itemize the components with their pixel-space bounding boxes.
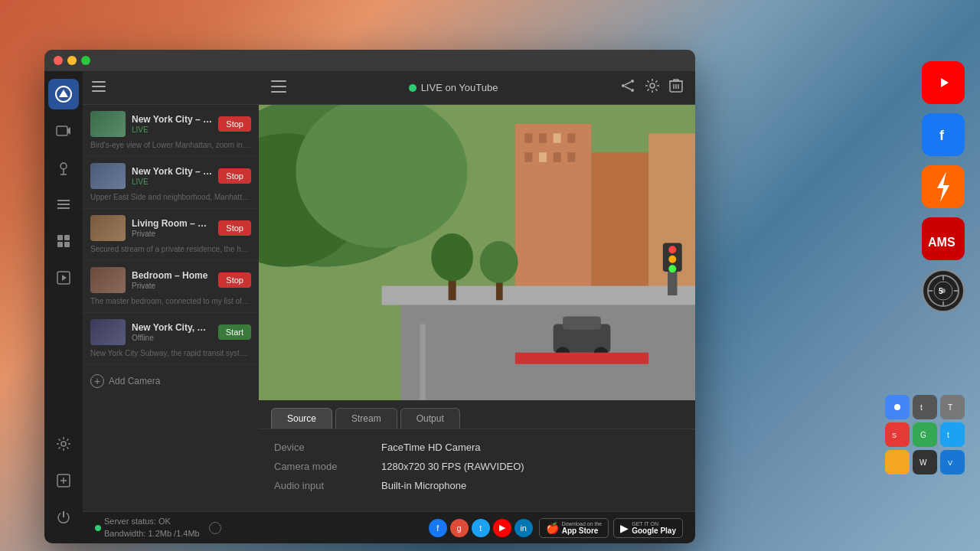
app-store-sub: Download on the <box>562 521 603 527</box>
google-play-text: GET IT ON Google Play <box>632 521 676 535</box>
app2-icon[interactable]: t <box>913 395 937 419</box>
sidebar-icon-list[interactable] <box>48 189 79 220</box>
tab-output[interactable]: Output <box>400 408 460 429</box>
facebook-desktop-icon[interactable]: f <box>922 113 965 156</box>
thunder-desktop-icon[interactable] <box>922 165 965 208</box>
camera-name-nyc-ues: New York City – UES <box>132 166 212 177</box>
camera-info-living: Living Room – Home Private <box>132 218 212 238</box>
status-left: Server status: OKBandwidth: 1.2Mb /1.4Mb <box>95 516 221 540</box>
social-facebook-icon[interactable]: f <box>429 519 447 537</box>
audio-input-row: Audio input Built-in Microphone <box>274 480 680 491</box>
delete-button[interactable] <box>669 78 683 97</box>
score5-desktop-icon[interactable]: 5 <box>922 269 965 312</box>
camera-info-subway: New York City, Subway Offline <box>132 322 212 342</box>
social-twitter-icon[interactable]: t <box>472 519 490 537</box>
close-button[interactable] <box>54 56 63 65</box>
app3-icon[interactable]: T <box>940 395 965 419</box>
sidebar-icon-grid[interactable] <box>48 226 79 256</box>
maximize-button[interactable] <box>81 56 90 65</box>
stop-button-nyc-ues[interactable]: Stop <box>218 168 251 184</box>
sidebar-icon-media[interactable] <box>48 262 79 293</box>
camera-item-bedroom[interactable]: Bedroom – Home Private Stop The master b… <box>83 261 259 313</box>
sidebar-icon-power[interactable] <box>48 502 79 533</box>
video-preview <box>259 105 695 400</box>
svg-rect-35 <box>57 126 67 135</box>
svg-rect-44 <box>64 242 70 247</box>
right-panel: LIVE on YouTube <box>259 71 695 511</box>
sidebar-icon-settings[interactable] <box>48 429 79 459</box>
desktop-icons-panel: f AMS 5 <box>922 61 965 312</box>
audio-input-label: Audio input <box>274 480 381 491</box>
top-section: New York City – Birds Eye LIVE Stop Bird… <box>83 71 695 511</box>
svg-point-95 <box>668 246 676 253</box>
svg-point-59 <box>631 89 634 92</box>
camera-item-subway[interactable]: New York City, Subway Offline Start New … <box>83 313 259 365</box>
stop-button-living[interactable]: Stop <box>218 220 251 236</box>
camera-item-living-room[interactable]: Living Room – Home Private Stop Secured … <box>83 209 259 261</box>
twitter-small-icon[interactable]: t <box>940 422 965 447</box>
camera-name-living: Living Room – Home <box>132 218 212 229</box>
minimize-button[interactable] <box>67 56 77 65</box>
svg-rect-42 <box>64 235 70 240</box>
apple-icon: 🍎 <box>546 522 559 534</box>
camera-desc-living: Secured stream of a private residence, t… <box>90 244 251 254</box>
svg-rect-51 <box>92 81 106 83</box>
svg-rect-53 <box>92 90 106 92</box>
sidebar-icon-location[interactable] <box>48 152 79 183</box>
svg-rect-40 <box>57 207 70 209</box>
tab-source[interactable]: Source <box>271 408 332 429</box>
sidebar-icon-home[interactable] <box>48 79 79 109</box>
settings-button[interactable] <box>645 78 660 97</box>
live-label: LIVE on YouTube <box>421 82 498 93</box>
app5-icon[interactable]: G <box>913 422 937 447</box>
camera-info-nyc-birds: New York City – Birds Eye LIVE <box>132 114 212 134</box>
social-icons: f g t ▶ in <box>429 519 533 537</box>
share-button[interactable] <box>620 78 635 97</box>
social-youtube-icon[interactable]: ▶ <box>493 519 511 537</box>
sidebar-icon-cameras[interactable] <box>48 116 79 146</box>
live-indicator: LIVE on YouTube <box>409 82 498 93</box>
start-button-subway[interactable]: Start <box>218 324 251 340</box>
app4-icon[interactable]: S <box>885 422 910 447</box>
google-play-sub: GET IT ON <box>632 521 676 527</box>
youtube-desktop-icon[interactable] <box>922 61 965 104</box>
camera-thumb-subway <box>90 319 126 345</box>
svg-rect-18 <box>917 399 933 415</box>
svg-text:G: G <box>920 431 926 439</box>
svg-marker-46 <box>62 275 67 281</box>
google-play-badge[interactable]: ▶ GET IT ON Google Play <box>613 518 683 538</box>
social-google-icon[interactable]: g <box>450 519 469 537</box>
svg-rect-83 <box>420 324 425 400</box>
svg-rect-55 <box>271 86 286 87</box>
vimeo-icon[interactable]: V <box>940 450 965 474</box>
camera-status-nyc-birds: LIVE <box>132 126 212 134</box>
sidebar-icon-add[interactable] <box>48 465 79 496</box>
svg-point-37 <box>60 163 67 169</box>
svg-text:S: S <box>892 432 897 439</box>
add-camera-button[interactable]: + Add Camera <box>83 365 259 397</box>
hamburger-icon[interactable] <box>92 81 106 95</box>
ams-desktop-icon[interactable]: AMS <box>922 217 965 260</box>
camera-desc-subway: New York City Subway, the rapid transit … <box>90 348 251 358</box>
wordpress-icon[interactable]: W <box>913 450 937 474</box>
traffic-lights <box>54 56 90 65</box>
svg-text:W: W <box>920 458 927 467</box>
stop-button-bedroom[interactable]: Stop <box>218 272 251 288</box>
social-linkedin-icon[interactable]: in <box>514 519 533 537</box>
svg-point-96 <box>668 256 676 263</box>
app-store-badge[interactable]: 🍎 Download on the App Store <box>539 518 609 538</box>
svg-point-62 <box>650 83 655 88</box>
tab-row: Source Stream Output <box>259 400 695 429</box>
camera-item-nyc-birds[interactable]: New York City – Birds Eye LIVE Stop Bird… <box>83 105 259 157</box>
app-store-text: Download on the App Store <box>562 521 603 535</box>
google-chrome-icon[interactable] <box>885 395 910 419</box>
app7-icon[interactable] <box>885 450 910 474</box>
disc-icon <box>209 522 221 534</box>
camera-list-toolbar <box>83 71 259 105</box>
stop-button-nyc-birds[interactable]: Stop <box>218 116 251 132</box>
svg-point-86 <box>431 233 473 281</box>
app-store-main: App Store <box>562 527 603 535</box>
camera-item-nyc-ues[interactable]: New York City – UES LIVE Stop Upper East… <box>83 157 259 209</box>
svg-rect-75 <box>539 133 547 142</box>
tab-stream[interactable]: Stream <box>335 408 397 429</box>
